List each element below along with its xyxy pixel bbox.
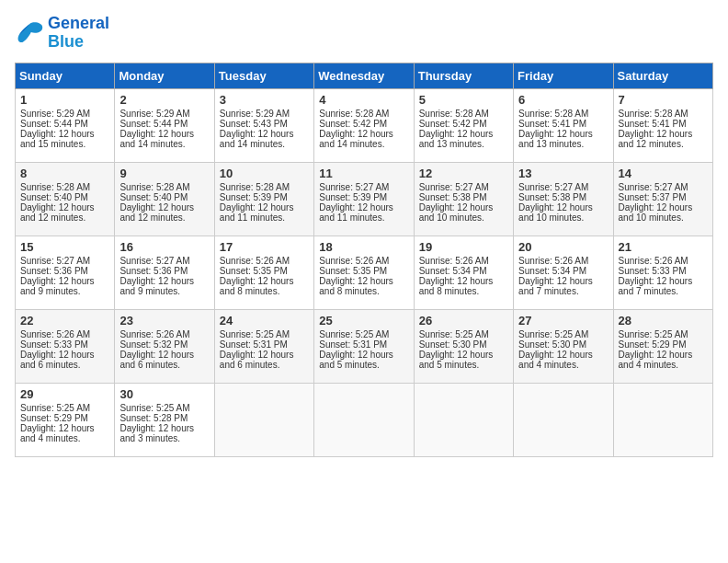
sunrise-text: Sunrise: 5:27 AM	[619, 182, 688, 192]
calendar-cell: 19Sunrise: 5:26 AMSunset: 5:34 PMDayligh…	[414, 236, 513, 309]
day-number: 23	[119, 314, 209, 327]
calendar-cell	[514, 383, 613, 456]
day-number: 10	[220, 167, 309, 180]
daylight-label: Daylight: 12 hours	[220, 350, 294, 360]
calendar-cell: 25Sunrise: 5:25 AMSunset: 5:31 PMDayligh…	[314, 309, 414, 383]
calendar-cell: 16Sunrise: 5:27 AMSunset: 5:36 PMDayligh…	[115, 236, 214, 309]
calendar-cell: 18Sunrise: 5:26 AMSunset: 5:35 PMDayligh…	[314, 236, 414, 309]
calendar-cell: 13Sunrise: 5:27 AMSunset: 5:38 PMDayligh…	[514, 162, 613, 236]
calendar-cell: 24Sunrise: 5:25 AMSunset: 5:31 PMDayligh…	[214, 309, 313, 383]
daylight-label: Daylight: 12 hours	[419, 350, 494, 360]
day-number: 18	[319, 240, 408, 254]
calendar-cell: 4Sunrise: 5:28 AMSunset: 5:42 PMDaylight…	[314, 88, 414, 162]
daylight-minutes: and 9 minutes.	[20, 286, 81, 296]
day-number: 3	[220, 93, 309, 107]
sunrise-text: Sunrise: 5:25 AM	[319, 329, 389, 339]
daylight-minutes: and 7 minutes.	[518, 286, 579, 296]
calendar-cell: 27Sunrise: 5:25 AMSunset: 5:30 PMDayligh…	[514, 309, 613, 383]
daylight-minutes: and 13 minutes.	[518, 139, 584, 149]
day-number: 4	[319, 93, 408, 107]
calendar-cell	[214, 383, 313, 456]
sunrise-text: Sunrise: 5:28 AM	[619, 109, 688, 119]
sunrise-text: Sunrise: 5:26 AM	[319, 256, 389, 266]
daylight-minutes: and 8 minutes.	[319, 286, 380, 296]
daylight-label: Daylight: 12 hours	[119, 350, 194, 360]
calendar-cell	[613, 383, 712, 456]
day-number: 15	[20, 240, 109, 254]
calendar-cell	[314, 383, 414, 456]
sunrise-text: Sunrise: 5:26 AM	[20, 329, 90, 339]
sunset-text: Sunset: 5:30 PM	[419, 339, 487, 350]
sunrise-text: Sunrise: 5:26 AM	[518, 256, 588, 266]
header-saturday: Saturday	[613, 63, 712, 88]
logo-text: General Blue	[48, 15, 109, 52]
week-row-5: 29Sunrise: 5:25 AMSunset: 5:29 PMDayligh…	[16, 383, 713, 456]
sunrise-text: Sunrise: 5:25 AM	[619, 329, 688, 339]
sunset-text: Sunset: 5:36 PM	[20, 266, 88, 276]
daylight-minutes: and 14 minutes.	[220, 139, 285, 149]
sunrise-text: Sunrise: 5:27 AM	[20, 256, 90, 266]
sunrise-text: Sunrise: 5:29 AM	[20, 109, 90, 119]
day-number: 26	[419, 314, 508, 327]
header-monday: Monday	[115, 63, 214, 88]
day-number: 30	[119, 387, 209, 401]
daylight-minutes: and 10 minutes.	[419, 213, 484, 223]
daylight-minutes: and 10 minutes.	[518, 213, 584, 223]
calendar-cell: 1Sunrise: 5:29 AMSunset: 5:44 PMDaylight…	[16, 88, 115, 162]
daylight-label: Daylight: 12 hours	[619, 350, 693, 360]
sunset-text: Sunset: 5:29 PM	[619, 339, 687, 350]
daylight-label: Daylight: 12 hours	[319, 129, 393, 139]
daylight-minutes: and 11 minutes.	[319, 213, 384, 223]
day-number: 25	[319, 314, 408, 327]
daylight-label: Daylight: 12 hours	[20, 202, 95, 213]
calendar-cell: 7Sunrise: 5:28 AMSunset: 5:41 PMDaylight…	[613, 88, 712, 162]
week-row-2: 8Sunrise: 5:28 AMSunset: 5:40 PMDaylight…	[16, 162, 713, 236]
sunrise-text: Sunrise: 5:26 AM	[119, 329, 189, 339]
calendar-cell: 11Sunrise: 5:27 AMSunset: 5:39 PMDayligh…	[314, 162, 414, 236]
calendar-cell: 5Sunrise: 5:28 AMSunset: 5:42 PMDaylight…	[414, 88, 513, 162]
sunset-text: Sunset: 5:34 PM	[419, 266, 487, 276]
calendar-cell: 9Sunrise: 5:28 AMSunset: 5:40 PMDaylight…	[115, 162, 214, 236]
calendar-cell: 28Sunrise: 5:25 AMSunset: 5:29 PMDayligh…	[613, 309, 712, 383]
day-number: 17	[220, 240, 309, 254]
daylight-minutes: and 8 minutes.	[220, 286, 280, 296]
daylight-label: Daylight: 12 hours	[220, 202, 294, 213]
sunset-text: Sunset: 5:43 PM	[220, 119, 288, 129]
daylight-minutes: and 6 minutes.	[220, 360, 280, 370]
header-friday: Friday	[514, 63, 613, 88]
sunrise-text: Sunrise: 5:27 AM	[119, 256, 189, 266]
sunset-text: Sunset: 5:31 PM	[319, 339, 387, 350]
sunset-text: Sunset: 5:44 PM	[119, 119, 188, 129]
sunrise-text: Sunrise: 5:26 AM	[220, 256, 290, 266]
calendar-cell: 14Sunrise: 5:27 AMSunset: 5:37 PMDayligh…	[613, 162, 712, 236]
daylight-minutes: and 5 minutes.	[419, 360, 480, 370]
sunrise-text: Sunrise: 5:28 AM	[220, 182, 290, 192]
daylight-label: Daylight: 12 hours	[619, 129, 693, 139]
daylight-label: Daylight: 12 hours	[220, 276, 294, 286]
day-number: 6	[518, 93, 608, 107]
sunset-text: Sunset: 5:36 PM	[119, 266, 188, 276]
daylight-label: Daylight: 12 hours	[20, 423, 95, 433]
calendar-cell: 20Sunrise: 5:26 AMSunset: 5:34 PMDayligh…	[514, 236, 613, 309]
daylight-minutes: and 12 minutes.	[119, 213, 185, 223]
daylight-minutes: and 4 minutes.	[20, 433, 81, 443]
day-number: 21	[619, 240, 708, 254]
week-row-4: 22Sunrise: 5:26 AMSunset: 5:33 PMDayligh…	[16, 309, 713, 383]
day-number: 14	[619, 167, 708, 180]
daylight-minutes: and 6 minutes.	[20, 360, 81, 370]
calendar-cell: 30Sunrise: 5:25 AMSunset: 5:28 PMDayligh…	[115, 383, 214, 456]
daylight-minutes: and 4 minutes.	[619, 360, 679, 370]
daylight-minutes: and 10 minutes.	[619, 213, 684, 223]
day-number: 29	[20, 387, 109, 401]
daylight-label: Daylight: 12 hours	[319, 276, 393, 286]
day-number: 16	[119, 240, 209, 254]
day-number: 13	[518, 167, 608, 180]
daylight-label: Daylight: 12 hours	[419, 202, 494, 213]
daylight-minutes: and 15 minutes.	[20, 139, 85, 149]
sunrise-text: Sunrise: 5:25 AM	[119, 403, 189, 413]
sunset-text: Sunset: 5:42 PM	[419, 119, 487, 129]
calendar-cell: 6Sunrise: 5:28 AMSunset: 5:41 PMDaylight…	[514, 88, 613, 162]
daylight-label: Daylight: 12 hours	[119, 276, 194, 286]
header-sunday: Sunday	[16, 63, 115, 88]
sunset-text: Sunset: 5:38 PM	[518, 192, 586, 202]
